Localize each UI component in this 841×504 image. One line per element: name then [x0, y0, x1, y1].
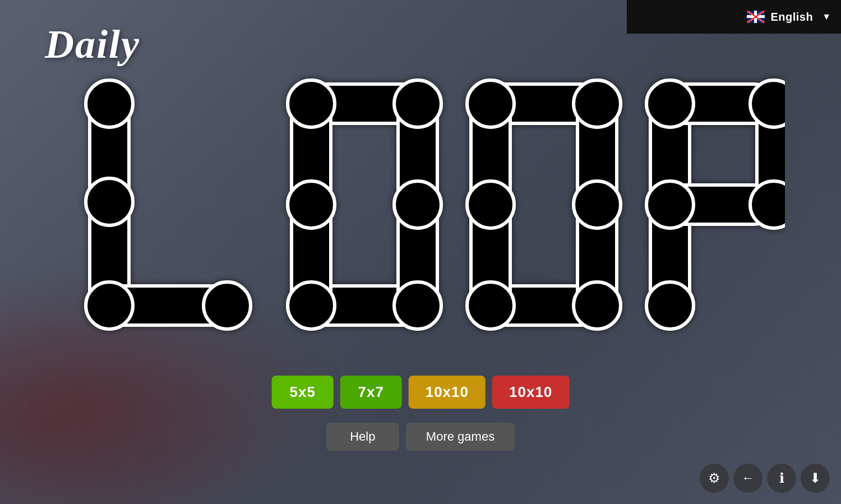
bottom-icons: ⚙ ← ℹ ⬇ — [700, 464, 830, 493]
svg-point-34 — [646, 282, 694, 329]
help-button[interactable]: Help — [326, 423, 399, 451]
svg-point-22 — [467, 282, 514, 329]
svg-point-13 — [394, 282, 441, 329]
language-label: English — [770, 11, 813, 24]
share-icon: ← — [742, 471, 754, 485]
info-icon: ℹ — [779, 470, 784, 486]
daily-title: Daily — [45, 21, 140, 68]
svg-point-5 — [204, 282, 251, 329]
more-games-button[interactable]: More games — [406, 423, 515, 451]
svg-point-31 — [750, 80, 785, 127]
svg-point-12 — [288, 282, 335, 329]
btn-5x5[interactable]: 5x5 — [272, 376, 334, 409]
language-dropdown-arrow: ▼ — [822, 12, 831, 22]
action-buttons-row: Help More games — [326, 423, 515, 451]
svg-point-14 — [288, 181, 335, 228]
svg-point-15 — [394, 181, 441, 228]
svg-point-20 — [467, 80, 514, 127]
svg-point-23 — [574, 282, 621, 329]
svg-point-33 — [750, 181, 785, 228]
svg-point-32 — [646, 181, 694, 228]
share-icon-button[interactable]: ← — [733, 464, 763, 493]
download-icon: ⬇ — [810, 470, 821, 486]
size-buttons-row: 5x5 7x7 10x10 10x10 — [272, 376, 570, 409]
info-icon-button[interactable]: ℹ — [767, 464, 796, 493]
loop-logo — [56, 67, 785, 336]
language-bar[interactable]: English ▼ — [627, 0, 841, 34]
svg-point-30 — [646, 80, 694, 127]
flag-icon — [747, 11, 765, 23]
svg-point-25 — [574, 181, 621, 228]
svg-point-21 — [574, 80, 621, 127]
svg-point-10 — [288, 80, 335, 127]
svg-point-24 — [467, 181, 514, 228]
settings-icon: ⚙ — [708, 470, 720, 486]
svg-point-2 — [86, 80, 133, 127]
svg-point-11 — [394, 80, 441, 127]
svg-point-3 — [86, 178, 133, 225]
settings-icon-button[interactable]: ⚙ — [700, 464, 729, 493]
download-icon-button[interactable]: ⬇ — [801, 464, 830, 493]
btn-10x10-normal[interactable]: 10x10 — [409, 376, 486, 409]
btn-7x7[interactable]: 7x7 — [340, 376, 402, 409]
svg-point-4 — [86, 282, 133, 329]
btn-10x10-hard[interactable]: 10x10 — [492, 376, 569, 409]
